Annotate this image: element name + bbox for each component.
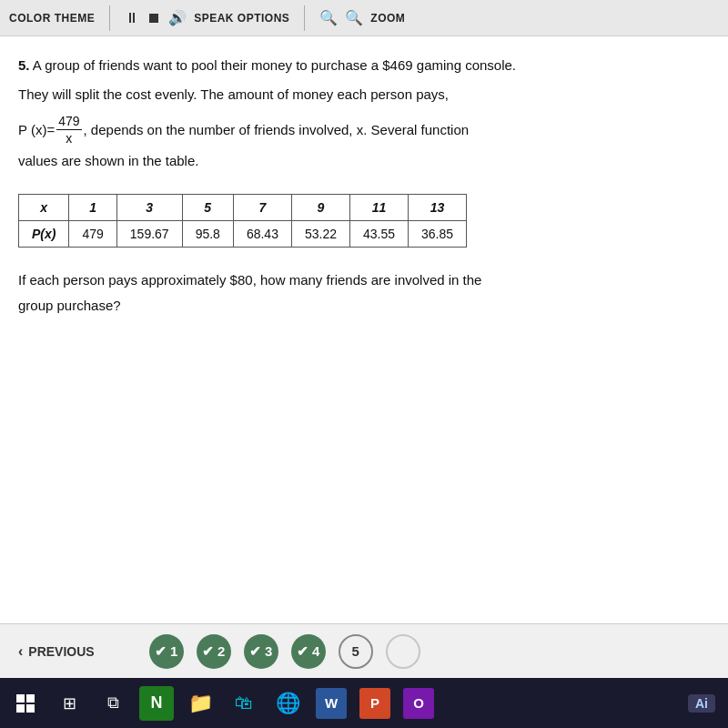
nav-num-5-label: 5 [352,643,359,659]
table-val-9: 53.22 [291,221,349,248]
fraction-denominator: x [64,130,74,147]
prev-arrow-icon: ‹ [18,643,23,660]
question-number: 5. [18,57,30,73]
store-icon[interactable]: 🛍 [224,683,264,723]
powerpoint-app-icon[interactable]: P [359,688,390,719]
taskbar: ⊞ ⧉ N 📁 🛍 🌐 W P O Ai [0,678,728,728]
chrome-icon[interactable]: 🌐 [268,683,308,723]
table-header-row: x 1 3 5 7 9 11 13 [19,195,467,221]
nav-num-1-label: ✔ 1 [155,643,178,660]
onenote2-app-icon[interactable]: O [403,688,434,719]
search-taskbar-icon[interactable]: ⊞ [49,683,89,723]
table-val-11: 43.55 [349,221,408,248]
zoom-section: 🔍 🔍 ZOOM [319,9,405,26]
playback-controls: ⏸ ⏹ 🔊 SPEAK OPTIONS [125,9,289,26]
nav-num-1[interactable]: ✔ 1 [149,634,184,669]
formula-suffix: , depends on the number of friends invol… [84,119,470,141]
question-line3: values are shown in the table. [18,150,710,172]
onenote-app-icon[interactable]: N [139,686,174,721]
zoom-in-icon[interactable]: 🔍 [345,9,363,26]
table-header-5: 5 [182,195,233,221]
content-area: 5. A group of friends want to pool their… [0,36,728,664]
nav-num-2-label: ✔ 2 [202,643,226,660]
formula-prefix: P (x)= [18,119,55,141]
pause-icon[interactable]: ⏸ [125,10,139,26]
word-app-icon[interactable]: W [316,688,347,719]
table-val-1: 479 [69,221,116,248]
nav-num-4-label: ✔ 4 [297,643,320,660]
nav-num-3-label: ✔ 3 [249,643,273,660]
table-header-3: 3 [116,195,182,221]
word-icon[interactable]: W [311,683,351,723]
table-val-13: 36.85 [409,221,467,248]
previous-button[interactable]: ‹ PREVIOUS [18,643,95,660]
toolbar: COLOR THEME ⏸ ⏹ 🔊 SPEAK OPTIONS 🔍 🔍 ZOOM [0,0,728,36]
question-numbers: ✔ 1 ✔ 2 ✔ 3 ✔ 4 5 [149,634,420,669]
stop-icon[interactable]: ⏹ [147,10,161,26]
bottom-navigation: ‹ PREVIOUS ✔ 1 ✔ 2 ✔ 3 ✔ 4 5 [0,623,728,678]
powerpoint-icon[interactable]: P [355,683,395,723]
file-explorer-icon[interactable]: 📁 [188,692,213,715]
windows-start-button[interactable] [5,683,46,723]
table-header-13: 13 [409,195,467,221]
table-val-7: 68.43 [233,221,291,248]
follow-up-line2: group purchase? [18,295,710,317]
table-header-x: x [19,195,69,221]
ai-badge: Ai [688,694,715,713]
question-line1: 5. A group of friends want to pool their… [18,55,710,76]
speak-options-label[interactable]: SPEAK OPTIONS [194,12,289,25]
table-px-label: P(x) [19,221,69,248]
table-data-row: P(x) 479 159.67 95.8 68.43 53.22 43.55 3… [19,221,467,248]
fraction-numerator: 479 [56,113,81,130]
table-header-7: 7 [233,195,291,221]
nav-num-3[interactable]: ✔ 3 [244,634,278,669]
table-val-3: 159.67 [116,221,182,248]
taskbar-right-section: Ai [688,694,723,713]
question-line2: They will split the cost evenly. The amo… [18,84,710,106]
formula-line: P (x)= 479 x , depends on the number of … [18,113,710,147]
color-theme-label[interactable]: COLOR THEME [9,12,95,25]
nav-num-5[interactable]: 5 [339,634,373,669]
nav-num-2[interactable]: ✔ 2 [197,634,231,669]
function-table: x 1 3 5 7 9 11 13 P(x) 479 159.67 95.8 6… [18,194,467,248]
folder-icon[interactable]: 📁 [180,683,220,723]
toolbar-divider-2 [304,5,305,31]
prev-label: PREVIOUS [28,644,94,659]
fraction: 479 x [56,113,81,147]
table-val-5: 95.8 [182,221,233,248]
zoom-label: ZOOM [370,12,405,25]
table-header-11: 11 [349,195,408,221]
toolbar-divider-1 [109,5,110,31]
nav-num-4[interactable]: ✔ 4 [291,634,326,669]
speaker-icon[interactable]: 🔊 [168,9,187,26]
nav-num-6[interactable] [386,634,420,669]
table-header-9: 9 [291,195,349,221]
taskview-icon[interactable]: ⧉ [93,683,133,723]
color-theme-section: COLOR THEME [9,12,95,25]
onenote2-icon[interactable]: O [399,683,439,723]
table-header-1: 1 [69,195,116,221]
onenote-icon[interactable]: N [136,683,177,723]
question-text-line1: A group of friends want to pool their mo… [33,57,516,73]
follow-up-line1: If each person pays approximately $80, h… [18,269,710,291]
zoom-out-icon[interactable]: 🔍 [319,9,338,26]
